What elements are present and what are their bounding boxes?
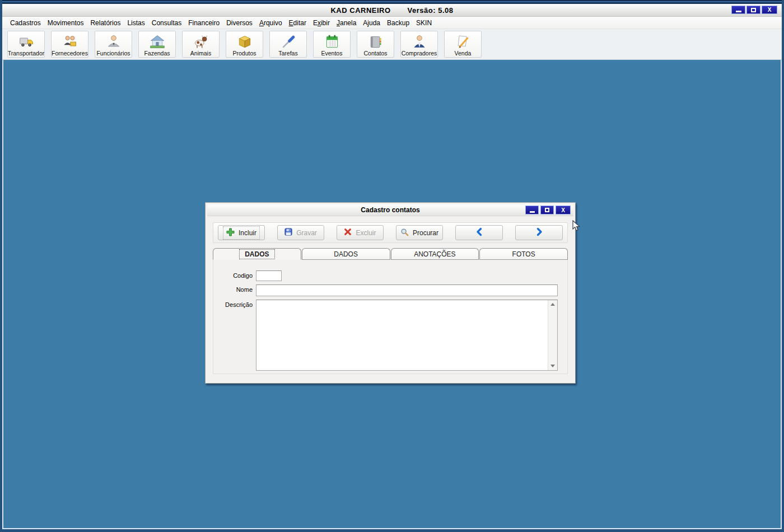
field-row-nome: Nome <box>213 284 567 296</box>
menu-item-movimentos[interactable]: Movimentos <box>44 17 87 29</box>
minimize-icon <box>736 11 741 12</box>
toolbar-label: Animais <box>190 50 211 57</box>
scroll-down-button[interactable] <box>548 362 557 370</box>
scroll-up-button[interactable] <box>548 300 557 309</box>
descricao-label: Descrição <box>216 300 253 308</box>
toolbar-label: Contatos <box>363 50 387 57</box>
menu-item-diversos[interactable]: Diversos <box>223 17 256 29</box>
menu-item-skin[interactable]: SKIN <box>413 17 435 29</box>
toolbar-label: Eventos <box>321 50 343 57</box>
excluir-button[interactable]: Excluir <box>337 225 384 240</box>
toolbar-button-fornecedores[interactable]: Fornecedores <box>51 31 88 58</box>
dialog-window-controls: X <box>525 206 571 214</box>
menu-item-arquivo[interactable]: Arquivo <box>256 17 286 29</box>
window-controls: X <box>731 6 777 14</box>
previous-record-button[interactable] <box>455 225 503 240</box>
dialog-title: Cadastro contatos <box>361 206 419 214</box>
procurar-button[interactable]: Procurar <box>396 225 443 240</box>
toolbar-label: Funcionários <box>96 50 130 57</box>
pencil-paper-icon <box>455 32 472 50</box>
dialog-cadastro-contatos: Cadastro contatos X Incluir Gravar Exclu… <box>205 202 576 384</box>
toolbar-button-compradores[interactable]: Compradores <box>400 31 438 58</box>
menu-item-janela[interactable]: Janela <box>333 17 360 29</box>
tab-dados-2[interactable]: DADOS <box>302 248 390 260</box>
nome-input[interactable] <box>256 284 558 296</box>
gravar-button[interactable]: Gravar <box>277 225 324 240</box>
incluir-button[interactable]: Incluir <box>218 225 265 240</box>
close-icon: X <box>561 207 565 213</box>
field-row-descricao: Descrição <box>213 300 567 371</box>
menu-item-exibir[interactable]: Exibir <box>310 17 333 29</box>
toolbar-label: Fazendas <box>144 50 170 57</box>
codigo-label: Codigo <box>216 270 253 279</box>
next-record-button[interactable] <box>515 225 563 240</box>
field-row-codigo: Codigo <box>213 270 567 281</box>
tab-fotos[interactable]: FOTOS <box>479 248 568 260</box>
minimize-button[interactable] <box>731 6 745 14</box>
menu-item-financeiro[interactable]: Financeiro <box>185 17 223 29</box>
menu-item-backup[interactable]: Backup <box>384 17 413 29</box>
mdi-workspace: Cadastro contatos X Incluir Gravar Exclu… <box>2 60 782 529</box>
toolbar-button-fazendas[interactable]: Fazendas <box>138 31 176 58</box>
menu-item-listas[interactable]: Listas <box>124 17 148 29</box>
app-title: KAD CARNEIRO <box>330 6 390 15</box>
dialog-close-button[interactable]: X <box>556 206 571 214</box>
suppliers-icon <box>62 32 78 50</box>
main-toolbar: Transportador Fornecedores Funcionários … <box>2 29 782 60</box>
plus-icon <box>226 228 235 238</box>
minimize-icon <box>530 211 535 213</box>
tab-page-dados: Codigo Nome Descrição <box>213 260 568 374</box>
toolbar-label: Venda <box>455 50 472 57</box>
menu-item-consultas[interactable]: Consultas <box>148 17 185 29</box>
screwdriver-icon <box>280 32 297 50</box>
toolbar-button-venda[interactable]: Venda <box>444 31 482 58</box>
window-frame-top <box>2 0 782 4</box>
toolbar-label: Fornecedores <box>52 50 88 57</box>
employee-icon <box>105 32 122 50</box>
calendar-icon <box>324 32 340 50</box>
vertical-scrollbar[interactable] <box>548 300 557 370</box>
menu-item-editar[interactable]: Editar <box>286 17 310 29</box>
toolbar-button-funcionarios[interactable]: Funcionários <box>95 31 132 58</box>
truck-icon <box>18 32 35 50</box>
toolbar-button-tarefas[interactable]: Tarefas <box>269 31 307 58</box>
buyer-person-icon <box>411 32 428 50</box>
floppy-icon <box>284 228 292 237</box>
toolbar-label: Tarefas <box>278 50 297 57</box>
toolbar-button-contatos[interactable]: Contatos <box>357 31 394 58</box>
dialog-tab-strip: DADOS DADOS ANOTAÇÕES FOTOS <box>213 248 568 260</box>
cow-icon <box>193 32 209 50</box>
close-button[interactable]: X <box>762 6 777 14</box>
triangle-up-icon <box>550 303 555 306</box>
dialog-toolbar: Incluir Gravar Excluir Procurar <box>213 222 568 243</box>
menu-item-relatorios[interactable]: Relatórios <box>87 17 124 29</box>
chevron-right-icon <box>535 227 544 238</box>
toolbar-button-animais[interactable]: Animais <box>182 31 220 58</box>
magnifier-icon <box>400 228 409 238</box>
menu-item-ajuda[interactable]: Ajuda <box>360 17 384 29</box>
dialog-minimize-button[interactable] <box>525 206 539 214</box>
app-version: Versão: 5.08 <box>408 6 454 15</box>
main-title: KAD CARNEIROVersão: 5.08 <box>330 6 453 15</box>
toolbar-label: Transportador <box>8 50 45 57</box>
close-icon: X <box>768 7 772 13</box>
descricao-textarea[interactable] <box>256 300 558 371</box>
main-titlebar[interactable]: KAD CARNEIROVersão: 5.08 X <box>2 4 782 17</box>
tab-anotacoes[interactable]: ANOTAÇÕES <box>391 248 479 260</box>
chevron-left-icon <box>475 227 484 238</box>
toolbar-button-transportador[interactable]: Transportador <box>7 31 45 58</box>
codigo-input[interactable] <box>256 270 282 281</box>
nome-label: Nome <box>216 284 253 293</box>
menu-bar: Cadastros Movimentos Relatórios Listas C… <box>2 17 782 29</box>
dialog-titlebar[interactable]: Cadastro contatos X <box>207 204 573 216</box>
toolbar-button-eventos[interactable]: Eventos <box>313 31 351 58</box>
toolbar-label: Produtos <box>232 50 256 57</box>
farm-house-icon <box>149 32 166 50</box>
tab-dados-1[interactable]: DADOS <box>213 248 301 260</box>
maximize-icon <box>545 208 549 212</box>
maximize-button[interactable] <box>746 6 760 14</box>
toolbar-button-produtos[interactable]: Produtos <box>226 31 263 58</box>
dialog-maximize-button[interactable] <box>540 206 554 214</box>
menu-item-cadastros[interactable]: Cadastros <box>7 17 44 29</box>
application-window: KAD CARNEIROVersão: 5.08 X Cadastros Mov… <box>0 0 784 532</box>
